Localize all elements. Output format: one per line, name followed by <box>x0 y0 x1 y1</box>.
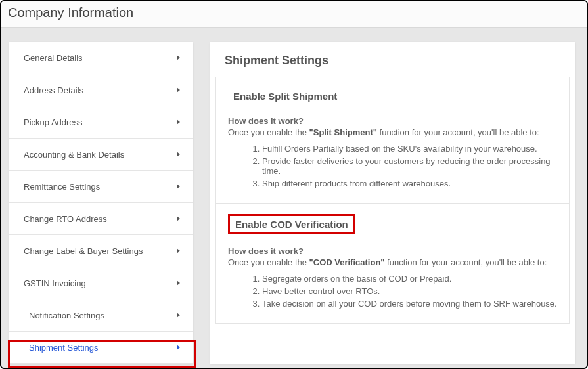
page-header: Company Information <box>1 1 587 28</box>
sidebar-item-label: Remittance Settings <box>24 182 100 192</box>
list-item: Have better control over RTOs. <box>262 286 557 296</box>
main-title: Shipment Settings <box>210 54 575 77</box>
sidebar-item-shipment-settings[interactable]: Shipment Settings <box>9 332 193 364</box>
intro-post: function for your account, you'll be abl… <box>377 127 539 137</box>
sidebar-item-label: Address Details <box>24 85 83 95</box>
sidebar-item-label: GSTIN Invoicing <box>24 278 86 288</box>
chevron-right-icon <box>177 87 180 93</box>
how-text: Once you enable the "Split Shipment" fun… <box>228 127 557 137</box>
how-label: How does it work? <box>228 246 557 256</box>
sidebar-item-label: Change RTO Address <box>24 214 107 224</box>
sidebar-item-address-details[interactable]: Address Details <box>9 74 193 106</box>
section-title-cod: Enable COD Verification <box>228 214 355 234</box>
cod-points: Segregate orders on the basis of COD or … <box>262 274 557 309</box>
sidebar-item-label: Change Label & Buyer Settings <box>24 246 143 256</box>
chevron-right-icon <box>177 216 180 221</box>
sidebar: General Details Address Details Pickup A… <box>9 42 193 364</box>
chevron-right-icon <box>177 313 180 318</box>
chevron-right-icon <box>177 280 180 286</box>
chevron-right-icon <box>177 248 180 253</box>
sidebar-item-label: Notification Settings <box>29 311 104 320</box>
intro-bold: "Split Shipment" <box>309 127 377 137</box>
sidebar-item-notification-settings[interactable]: Notification Settings <box>9 299 193 332</box>
section-split-shipment: Enable Split Shipment How does it work? … <box>216 77 569 204</box>
sidebar-item-change-rto[interactable]: Change RTO Address <box>9 203 193 235</box>
main-panel: Shipment Settings Enable Split Shipment … <box>210 42 575 364</box>
split-points: Fulfill Orders Partially based on the SK… <box>262 144 557 188</box>
sidebar-item-remittance-settings[interactable]: Remittance Settings <box>9 171 193 203</box>
list-item: Take decision on all your COD orders bef… <box>262 299 557 309</box>
app-frame: Company Information General Details Addr… <box>0 0 588 369</box>
sidebar-item-change-label-buyer[interactable]: Change Label & Buyer Settings <box>9 235 193 267</box>
settings-panel: Enable Split Shipment How does it work? … <box>215 77 570 324</box>
intro-bold: "COD Verification" <box>309 257 385 267</box>
intro-pre: Once you enable the <box>228 257 309 267</box>
sidebar-item-gstin-invoicing[interactable]: GSTIN Invoicing <box>9 267 193 299</box>
chevron-right-icon <box>177 152 180 157</box>
list-item: Ship different products from different w… <box>262 179 557 188</box>
how-label: How does it work? <box>228 116 557 126</box>
sidebar-item-label: Shipment Settings <box>29 343 99 353</box>
chevron-right-icon <box>177 119 180 125</box>
chevron-right-icon <box>177 55 180 60</box>
sidebar-item-label: General Details <box>24 53 83 63</box>
list-item: Fulfill Orders Partially based on the SK… <box>262 144 557 154</box>
section-title-split: Enable Split Shipment <box>228 88 342 104</box>
intro-pre: Once you enable the <box>228 127 309 137</box>
page-title: Company Information <box>8 5 580 20</box>
sidebar-item-label: Pickup Address <box>24 118 83 127</box>
chevron-right-icon <box>177 345 180 350</box>
intro-post: function for your account, you'll be abl… <box>385 257 547 267</box>
section-cod-verification: Enable COD Verification How does it work… <box>216 204 569 323</box>
sidebar-item-accounting-bank[interactable]: Accounting & Bank Details <box>9 139 193 171</box>
sidebar-item-pickup-address[interactable]: Pickup Address <box>9 106 193 139</box>
list-item: Segregate orders on the basis of COD or … <box>262 274 557 284</box>
how-text: Once you enable the "COD Verification" f… <box>228 257 557 267</box>
sidebar-item-label: Accounting & Bank Details <box>24 150 124 160</box>
list-item: Provide faster deliveries to your custom… <box>262 156 557 176</box>
chevron-right-icon <box>177 184 180 189</box>
sidebar-item-general-details[interactable]: General Details <box>9 42 193 74</box>
content-row: General Details Address Details Pickup A… <box>1 28 587 364</box>
